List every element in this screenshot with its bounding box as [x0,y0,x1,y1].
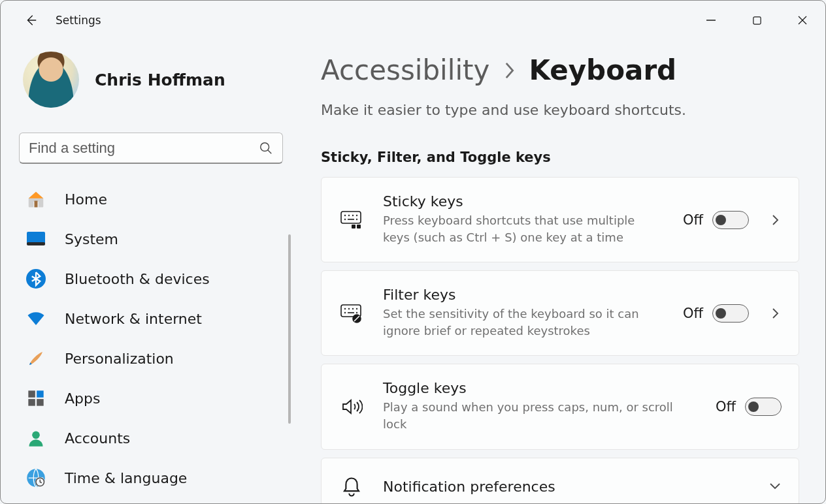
svg-point-19 [345,215,346,215]
svg-rect-6 [35,201,38,208]
toggle-state: Off [716,399,736,415]
svg-point-4 [261,142,269,151]
brush-icon [25,348,46,369]
svg-rect-26 [352,225,355,228]
nav-label: System [65,231,118,247]
nav-label: Network & internet [65,311,202,327]
toggle-sticky-keys[interactable] [712,211,749,229]
bell-icon [340,477,363,497]
apps-icon [25,388,46,409]
breadcrumb-parent[interactable]: Accessibility [321,54,489,86]
titlebar: Settings [1,1,825,40]
nav-apps[interactable]: Apps [25,385,283,411]
chevron-right-icon [503,61,516,80]
nav-label: Bluetooth & devices [65,271,210,287]
svg-rect-13 [37,399,43,406]
avatar [23,52,79,108]
nav-time[interactable]: Time & language [25,465,283,491]
svg-point-33 [345,312,346,313]
nav-label: Accounts [65,430,130,447]
svg-point-35 [357,312,357,313]
card-desc: Play a sound when you press caps, num, o… [383,399,677,433]
content: Accessibility Keyboard Make it easier to… [301,40,825,503]
window-controls [688,4,825,37]
svg-point-31 [353,308,354,309]
toggle-toggle-keys[interactable] [745,398,782,416]
back-button[interactable] [20,10,41,31]
maximize-button[interactable] [734,4,780,37]
sidebar-scrollbar[interactable] [288,234,291,424]
chevron-right-icon [771,307,779,320]
card-desc: Press keyboard shortcuts that use multip… [383,212,663,246]
close-button[interactable] [780,4,825,37]
expand-notif[interactable] [768,480,782,493]
card-filter-keys[interactable]: Filter keys Set the sensitivity of the k… [321,270,799,356]
keyboard-filter-icon [340,304,363,323]
search-input[interactable] [29,140,259,157]
minimize-icon [706,15,716,25]
card-desc: Set the sensitivity of the keyboard so i… [383,306,663,339]
breadcrumb-current: Keyboard [529,54,676,86]
user-header[interactable]: Chris Hoffman [19,52,283,108]
nav-label: Time & language [65,470,187,486]
svg-rect-12 [28,399,35,406]
nav-personalization[interactable]: Personalization [25,345,283,371]
nav-label: Personalization [65,351,174,367]
wifi-icon [25,308,46,329]
nav: Home System Bluetooth & devices Network … [19,186,283,491]
arrow-left-icon [24,13,38,27]
card-sticky-keys[interactable]: Sticky keys Press keyboard shortcuts tha… [321,177,799,262]
sidebar: Chris Hoffman Home System [1,40,301,503]
card-title: Notification preferences [383,479,749,495]
card-title: Filter keys [383,287,663,303]
close-icon [797,15,808,25]
svg-point-21 [353,215,354,215]
settings-list: Sticky keys Press keyboard shortcuts tha… [321,177,799,503]
svg-point-23 [345,219,346,219]
svg-rect-10 [28,390,35,398]
toggle-state: Off [683,212,703,228]
card-title: Toggle keys [383,380,696,396]
nav-network[interactable]: Network & internet [25,306,283,332]
bluetooth-icon [25,268,46,289]
svg-rect-1 [753,16,760,24]
chevron-down-icon [768,481,782,490]
nav-accounts[interactable]: Accounts [25,425,283,451]
card-toggle-keys[interactable]: Toggle keys Play a sound when you press … [321,364,799,449]
card-title: Sticky keys [383,193,663,210]
search-box[interactable] [19,133,283,164]
chevron-right-icon [771,213,779,227]
card-notification-prefs[interactable]: Notification preferences [321,458,799,503]
svg-point-32 [357,308,357,309]
nav-label: Home [65,191,107,208]
maximize-icon [752,16,762,25]
svg-rect-8 [27,242,45,245]
clock-globe-icon [25,467,46,488]
svg-point-30 [349,308,350,309]
nav-label: Apps [65,390,100,407]
nav-system[interactable]: System [25,226,283,252]
minimize-button[interactable] [688,4,734,37]
expand-filter[interactable] [768,307,782,320]
nav-home[interactable]: Home [25,186,283,212]
svg-rect-11 [37,390,43,398]
expand-sticky[interactable] [768,213,782,227]
home-icon [25,189,46,210]
person-icon [25,428,46,449]
speaker-icon [340,398,363,416]
svg-rect-27 [357,225,361,228]
user-name: Chris Hoffman [95,71,225,89]
system-icon [25,228,46,249]
breadcrumb: Accessibility Keyboard [321,54,799,86]
svg-point-22 [357,215,357,215]
search-icon [259,141,273,155]
toggle-state: Off [683,306,703,321]
svg-point-20 [349,215,350,215]
svg-point-29 [345,308,346,309]
toggle-filter-keys[interactable] [712,304,749,323]
window-title: Settings [56,14,101,27]
svg-line-5 [268,150,272,153]
page-subtitle: Make it easier to type and use keyboard … [321,102,799,118]
svg-rect-18 [341,212,361,223]
nav-bluetooth[interactable]: Bluetooth & devices [25,266,283,292]
